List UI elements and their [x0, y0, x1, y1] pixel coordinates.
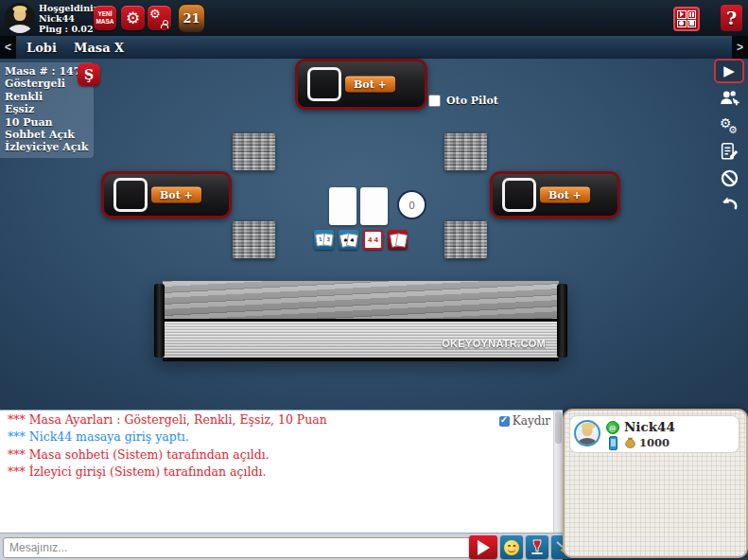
tabs-scroll-left-button[interactable]: <: [0, 36, 16, 59]
notes-button[interactable]: [716, 140, 742, 163]
autopilot-label: Oto Pilot: [446, 95, 498, 107]
block-button[interactable]: [716, 166, 742, 189]
add-bot-button[interactable]: Bot +: [151, 187, 201, 203]
user-avatar[interactable]: [5, 3, 35, 33]
site-watermark: OKEYOYNATR.COM: [442, 338, 546, 349]
table-setting: 10 Puan: [5, 116, 88, 129]
message-bar: [0, 533, 563, 560]
online-status-badge: @: [606, 421, 619, 434]
spade-icon: ♠: [346, 233, 358, 248]
tile-stack: [444, 132, 487, 170]
scroll-checkbox[interactable]: [499, 416, 510, 427]
send-button[interactable]: [469, 535, 497, 559]
seat-top[interactable]: Bot +: [295, 59, 427, 110]
action-sidebar: ▶ ⚙ ⚙: [712, 59, 746, 216]
table-setting: Eşsiz: [5, 103, 88, 115]
undo-button[interactable]: [716, 193, 742, 216]
empty-avatar-slot[interactable]: [307, 67, 341, 101]
play-icon: ▶: [723, 62, 735, 79]
table-setting: Sohbet Açık: [5, 129, 88, 141]
empty-avatar-slot[interactable]: [502, 178, 536, 212]
tile-style-red-button[interactable]: 4 4: [363, 230, 383, 250]
welcome-text: Hoşgeldiniz, Nick44 Ping : 0.02: [39, 3, 101, 34]
help-button[interactable]: ?: [721, 5, 742, 31]
gear-icon: ⚙: [149, 7, 161, 21]
tea-glass-icon: [530, 538, 545, 556]
tile-style-blue-button[interactable]: 1 3: [314, 230, 334, 250]
tabs-scroll-right-button[interactable]: >: [732, 36, 748, 59]
seat-right[interactable]: Bot +: [490, 171, 620, 219]
table-setting: Göstergeli: [5, 78, 88, 90]
table-setting: Renkli: [5, 91, 88, 103]
table-setting: İzleyiciye Açık: [5, 141, 88, 153]
tea-button[interactable]: [526, 535, 548, 559]
player-coins: 1000: [639, 436, 670, 449]
add-friend-button[interactable]: [716, 87, 742, 110]
message-input[interactable]: [3, 537, 474, 558]
ping-text: Ping : 0.02: [39, 24, 101, 34]
username-text: Nick44: [39, 13, 101, 24]
tab-masa-x[interactable]: Masa X: [68, 36, 130, 59]
smiley-icon: [504, 540, 519, 555]
mobile-device-icon: [609, 436, 618, 450]
send-arrow-icon: [478, 540, 490, 555]
svg-text:⚙: ⚙: [728, 124, 738, 135]
notification-badge[interactable]: 21: [178, 4, 205, 33]
card-style-red-button[interactable]: [388, 230, 408, 250]
player-row[interactable]: @ Nick44 1000: [569, 415, 739, 453]
tab-lobi[interactable]: Lobi: [21, 36, 62, 59]
bet-currency-button[interactable]: Ş: [78, 63, 100, 86]
media-controls-button[interactable]: [673, 7, 700, 31]
add-bot-button[interactable]: Bot +: [345, 77, 395, 93]
chat-message: *** Masa sohbeti (Sistem) tarafından açı…: [0, 446, 563, 464]
add-user-icon: [719, 88, 739, 109]
header-bar: Hoşgeldiniz, Nick44 Ping : 0.02 YENİ MAS…: [0, 0, 748, 36]
note-edit-icon: [719, 141, 739, 162]
settings-button[interactable]: ⚙ ⚙: [716, 114, 742, 136]
tile-stack: [233, 220, 275, 258]
new-table-button[interactable]: YENİ MASA: [94, 6, 116, 30]
chat-area: *** Masa Ayarları : Göstergeli, Renkli, …: [0, 410, 563, 534]
person-icon: [161, 20, 168, 27]
block-icon: [720, 168, 739, 188]
autopilot-option[interactable]: Oto Pilot: [428, 95, 498, 107]
card-style-blue-button[interactable]: ♠ ♠: [339, 230, 358, 250]
rack-end-cap: [557, 284, 567, 358]
chat-message: *** İzleyici girişi (Sistem) tarafından …: [0, 464, 563, 481]
center-tile: [329, 187, 357, 225]
stop-icon: [687, 20, 697, 28]
avatar-person-icon: [14, 8, 26, 21]
emoji-button[interactable]: [500, 535, 523, 559]
blank-card-icon: [395, 233, 408, 248]
center-tile: [360, 187, 388, 225]
chat-scrollbar-thumb[interactable]: [555, 411, 562, 444]
rack-top-shelf: [163, 281, 559, 322]
add-bot-button[interactable]: Bot +: [540, 187, 590, 203]
okey-game-window: Hoşgeldiniz, Nick44 Ping : 0.02 YENİ MAS…: [0, 0, 748, 560]
tab-bar: < Lobi Masa X >: [0, 36, 748, 59]
welcome-line: Hoşgeldiniz,: [39, 3, 101, 13]
user-settings-button[interactable]: ⚙: [148, 6, 171, 30]
avatar-person-icon: [583, 425, 593, 436]
money-bag-icon: [624, 437, 636, 449]
table-settings-button[interactable]: ⚙: [121, 6, 145, 30]
players-panel: @ Nick44 1000: [563, 409, 748, 558]
tile-stack: [233, 132, 275, 170]
undo-icon: [719, 194, 739, 215]
chat-scrollbar[interactable]: [553, 411, 563, 534]
table-number: Masa # : 1474: [5, 65, 88, 78]
player-avatar: [574, 420, 600, 446]
chat-message: *** Nick44 masaya giriş yaptı.: [0, 429, 563, 446]
scroll-label: Kaydır: [513, 414, 550, 428]
scroll-option[interactable]: Kaydır: [499, 414, 550, 428]
pause-icon: [687, 10, 697, 19]
rack-end-cap: [154, 284, 165, 358]
seat-left[interactable]: Bot +: [101, 171, 232, 219]
empty-avatar-slot[interactable]: [113, 178, 148, 212]
record-icon: [677, 20, 687, 28]
rack-bottom-shelf: OKEYOYNATR.COM: [163, 322, 559, 361]
autopilot-checkbox[interactable]: [428, 95, 441, 107]
start-game-button[interactable]: ▶: [714, 59, 744, 83]
gears-icon: ⚙ ⚙: [719, 114, 739, 135]
tile-stack: [444, 220, 487, 258]
